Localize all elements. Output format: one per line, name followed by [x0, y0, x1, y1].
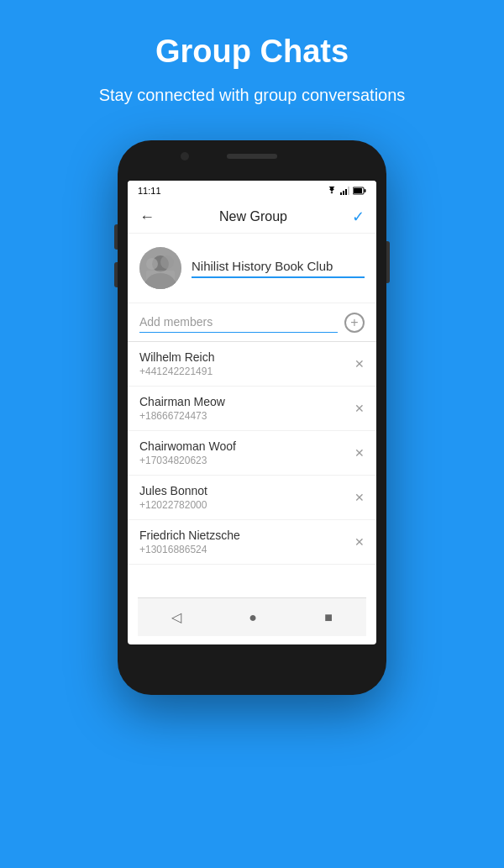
navigation-bar: ◁ ● ■ [138, 597, 366, 636]
remove-member-button[interactable]: ✕ [354, 357, 365, 371]
member-item: Jules Bonnot +12022782000 ✕ [128, 476, 376, 520]
svg-point-12 [160, 255, 174, 269]
svg-rect-0 [340, 192, 342, 195]
member-phone: +13016886524 [139, 544, 240, 555]
member-phone: +12022782000 [139, 499, 207, 511]
member-phone: +18666724473 [139, 410, 225, 422]
member-name: Chairwoman Woof [139, 439, 236, 453]
member-item: Friedrich Nietzsche +13016886524 ✕ [128, 520, 376, 565]
header-section: Group Chats Stay connected with group co… [0, 0, 504, 132]
page-subtitle: Stay connected with group conversations [50, 83, 454, 107]
phone-camera [181, 152, 189, 160]
svg-rect-1 [343, 191, 344, 195]
side-button-left-bottom [114, 262, 118, 287]
member-name: Friedrich Nietzsche [139, 529, 240, 542]
page-title: Group Chats [50, 34, 454, 70]
member-info: Chairman Meow +18666724473 [139, 395, 225, 422]
screen-title: New Group [219, 209, 287, 224]
nav-recent-button[interactable]: ■ [324, 610, 333, 625]
phone-frame: 11:11 [118, 140, 386, 695]
member-info: Jules Bonnot +12022782000 [139, 484, 207, 511]
member-name: Chairman Meow [139, 395, 225, 408]
member-name: Jules Bonnot [139, 484, 207, 497]
add-member-button[interactable]: + [344, 313, 365, 333]
status-icons [326, 187, 366, 195]
phone-speaker [227, 154, 277, 159]
member-phone: +17034820623 [139, 455, 236, 466]
member-item: Chairwoman Woof +17034820623 ✕ [128, 431, 376, 476]
svg-rect-13 [146, 271, 175, 289]
member-info: Wilhelm Reich +441242221491 [139, 350, 214, 377]
group-name-section [128, 234, 376, 303]
member-item: Chairman Meow +18666724473 ✕ [128, 387, 376, 431]
phone-mockup: 11:11 [118, 140, 386, 695]
svg-rect-3 [348, 187, 349, 195]
member-item: Wilhelm Reich +441242221491 ✕ [128, 342, 376, 387]
status-bar: 11:11 [128, 181, 376, 201]
avatar-image [139, 247, 181, 289]
member-phone: +441242221491 [139, 366, 214, 377]
wifi-icon [326, 187, 338, 195]
svg-rect-2 [345, 189, 347, 195]
member-name: Wilhelm Reich [139, 350, 214, 364]
member-info: Friedrich Nietzsche +13016886524 [139, 529, 240, 555]
remove-member-button[interactable]: ✕ [354, 446, 365, 460]
side-button-left-top [114, 224, 118, 250]
remove-member-button[interactable]: ✕ [354, 535, 365, 549]
side-button-right [386, 241, 390, 283]
member-info: Chairwoman Woof +17034820623 [139, 439, 236, 466]
nav-back-button[interactable]: ◁ [171, 609, 181, 625]
add-members-input[interactable] [139, 312, 338, 333]
svg-point-11 [146, 258, 158, 270]
svg-rect-5 [365, 189, 366, 192]
group-name-input[interactable] [192, 259, 365, 278]
nav-home-button[interactable]: ● [249, 610, 257, 625]
status-time: 11:11 [138, 186, 161, 196]
back-button[interactable]: ← [139, 208, 155, 226]
svg-rect-6 [354, 188, 362, 193]
group-avatar[interactable] [139, 247, 181, 289]
phone-screen: 11:11 [128, 181, 376, 644]
top-navigation-bar: ← New Group ✓ [128, 201, 376, 234]
remove-member-button[interactable]: ✕ [354, 491, 365, 504]
battery-icon [353, 187, 366, 195]
signal-icon [340, 187, 350, 195]
confirm-button[interactable]: ✓ [352, 208, 365, 226]
remove-member-button[interactable]: ✕ [354, 402, 365, 415]
add-members-section: + [128, 303, 376, 342]
